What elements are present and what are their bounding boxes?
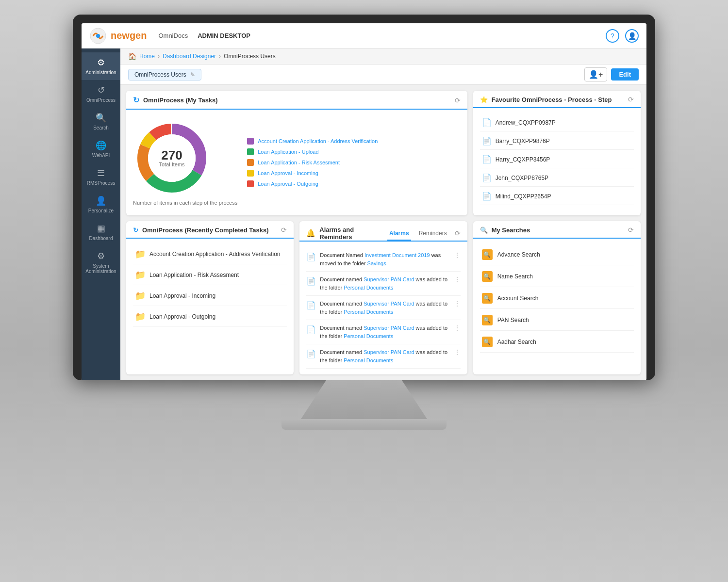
favourite-list: 📄 Andrew_CQXPP0987P 📄 Barry_CQXPP9876P 📄 (480, 114, 634, 205)
user-icon[interactable]: 👤 (625, 29, 639, 43)
donut-svg (133, 119, 211, 197)
breadcrumb-sep2: › (219, 53, 221, 60)
tab-omniprocess-users[interactable]: OmniProcess Users ✎ (128, 69, 201, 81)
alarm-folder-4[interactable]: Personal Documents (344, 357, 393, 363)
sidebar-label-omniprocess: OmniProcess (86, 97, 116, 103)
alarm-delete-3[interactable]: ⋮ (454, 324, 461, 332)
legend-item-2[interactable]: Loan Application - Risk Assesment (247, 159, 378, 166)
monitor-stand (301, 380, 427, 419)
refresh-searches-icon[interactable]: ⟳ (628, 226, 634, 234)
breadcrumb-designer[interactable]: Dashboard Designer (163, 53, 216, 60)
search-item-1[interactable]: 🔍 Name Search (480, 266, 634, 287)
fav-label-3: John_CQXPP8765P (496, 175, 548, 181)
alarm-folder-2[interactable]: Personal Documents (344, 309, 393, 315)
legend-dot-4 (247, 180, 254, 187)
fav-doc-icon-0: 📄 (482, 118, 492, 127)
nav-links: OmniDocs ADMIN DESKTOP (158, 32, 606, 39)
sidebar-item-sysadmin[interactable]: ⚙ System Administration (82, 246, 120, 279)
favourite-omniprocess-header: ⭐ Favourite OmniProcess - Process - Step… (473, 91, 641, 108)
search-item-3[interactable]: 🔍 PAN Search (480, 310, 634, 331)
alarm-delete-0[interactable]: ⋮ (454, 251, 461, 259)
breadcrumb: 🏠 Home › Dashboard Designer › OmniProces… (120, 48, 646, 65)
search-item-2[interactable]: 🔍 Account Search (480, 288, 634, 309)
nav-omnidocs[interactable]: OmniDocs (158, 32, 188, 39)
refresh-alarms-icon[interactable]: ⟳ (455, 229, 461, 237)
my-searches-header: 🔍 My Searches ⟳ (473, 221, 641, 239)
alarm-doc-icon-0: 📄 (306, 252, 316, 261)
fav-item-1[interactable]: 📄 Barry_CQXPP9876P (480, 132, 634, 150)
alarm-link-0[interactable]: Investment Document 2019 (364, 252, 430, 258)
omniprocess-mytasks-header: ↻ OmniProcess (My Tasks) ⟳ (126, 91, 467, 110)
alarm-doc-icon-3: 📄 (306, 325, 316, 334)
help-icon[interactable]: ? (606, 29, 619, 43)
legend-label-4: Loan Approval - Outgoing (258, 181, 318, 187)
sidebar-label-personalize: Personalize (88, 208, 114, 213)
fav-label-2: Harry_CQXPP3456P (496, 156, 550, 163)
sidebar-item-omniprocess[interactable]: ↺ OmniProcess (82, 80, 120, 108)
sidebar-item-rmsprocess[interactable]: ☰ RMSProcess (82, 163, 120, 191)
sidebar-label-sysadmin: System Administration (84, 263, 117, 274)
alarm-inline-tabs: Alarms Reminders (387, 227, 449, 240)
logo-text: newgen (111, 30, 147, 41)
sidebar-item-dashboard[interactable]: ▦ Dashboard (82, 218, 120, 246)
fav-label-1: Barry_CQXPP9876P (496, 138, 550, 145)
omniprocess-mytasks-body: 270 Total Items Number of items in each … (126, 110, 467, 215)
my-searches-icon: 🔍 (480, 226, 488, 234)
fav-item-2[interactable]: 📄 Harry_CQXPP3456P (480, 151, 634, 168)
alarm-delete-1[interactable]: ⋮ (454, 275, 461, 283)
alarm-folder-0[interactable]: Savings (367, 260, 386, 266)
sidebar-item-search[interactable]: 🔍 Search (82, 108, 120, 135)
my-searches-body: 🔍 Advance Search 🔍 Name Search 🔍 Accoun (473, 239, 641, 358)
alarm-link-1[interactable]: Supervisor PAN Card (364, 276, 414, 282)
breadcrumb-home[interactable]: Home (139, 53, 155, 60)
content-area: 🏠 Home › Dashboard Designer › OmniProces… (120, 48, 646, 380)
recently-completed-title: ↻ OmniProcess (Recently Completed Tasks) (133, 226, 269, 234)
legend-item-1[interactable]: Loan Application - Upload (247, 148, 378, 155)
search-label-4: Aadhar Search (497, 339, 536, 345)
alarm-delete-2[interactable]: ⋮ (454, 300, 461, 307)
search-item-0[interactable]: 🔍 Advance Search (480, 244, 634, 265)
favourite-icon: ⭐ (480, 96, 488, 103)
alarm-link-3[interactable]: Supervisor PAN Card (364, 325, 414, 331)
alarm-folder-3[interactable]: Personal Documents (344, 333, 393, 339)
alarms-card: 🔔 Alarms and Reminders Alarms Reminders … (299, 221, 467, 374)
task-item-0: 📁 Account Creation Application - Address… (133, 244, 287, 264)
tab-reminders[interactable]: Reminders (417, 227, 449, 241)
legend-item-4[interactable]: Loan Approval - Outgoing (247, 180, 378, 187)
edit-button[interactable]: Edit (611, 68, 639, 81)
refresh-recently-icon[interactable]: ⟳ (281, 226, 287, 234)
sidebar-item-webapi[interactable]: 🌐 WebAPI (82, 135, 120, 163)
sidebar-label-dashboard: Dashboard (89, 236, 113, 241)
favourite-title: ⭐ Favourite OmniProcess - Process - Step (480, 96, 612, 103)
alarm-delete-4[interactable]: ⋮ (454, 348, 461, 356)
legend-item-3[interactable]: Loan Approval - Incoming (247, 170, 378, 177)
refresh-mytasks-icon[interactable]: ⟳ (455, 97, 461, 104)
legend-label-1: Loan Application - Upload (258, 149, 318, 155)
fav-label-4: Milind_CQXPP2654P (496, 193, 551, 200)
alarm-folder-1[interactable]: Personal Documents (344, 285, 393, 291)
task-icon-3: 📁 (135, 311, 146, 322)
tab-bar: OmniProcess Users ✎ 👤+ Edit (120, 65, 646, 85)
add-user-button[interactable]: 👤+ (584, 67, 607, 81)
task-list: 📁 Account Creation Application - Address… (133, 244, 287, 327)
svg-point-7 (148, 134, 196, 182)
svg-point-1 (96, 34, 100, 38)
alarm-doc-icon-2: 📄 (306, 301, 316, 310)
fav-item-0[interactable]: 📄 Andrew_CQXPP0987P (480, 114, 634, 131)
alarm-link-4[interactable]: Supervisor PAN Card (364, 349, 414, 355)
fav-item-4[interactable]: 📄 Milind_CQXPP2654P (480, 188, 634, 205)
fav-item-3[interactable]: 📄 John_CQXPP8765P (480, 169, 634, 187)
task-label-1: Loan Application - Risk Assesment (149, 272, 239, 278)
legend-item-0[interactable]: Account Creation Application - Address V… (247, 138, 378, 145)
task-item-2: 📁 Loan Approval - Incoming (133, 286, 287, 306)
sidebar-item-personalize[interactable]: 👤 Personalize (82, 191, 120, 218)
pencil-icon[interactable]: ✎ (190, 71, 195, 78)
alarm-link-2[interactable]: Supervisor PAN Card (364, 301, 414, 307)
refresh-favourite-icon[interactable]: ⟳ (628, 96, 634, 103)
main-layout: ⚙ Administration ↺ OmniProcess 🔍 Search … (82, 48, 646, 380)
tab-alarms[interactable]: Alarms (387, 227, 411, 241)
search-item-4[interactable]: 🔍 Aadhar Search (480, 332, 634, 353)
sidebar-item-administration[interactable]: ⚙ Administration (82, 52, 120, 80)
nav-admin-desktop[interactable]: ADMIN DESKTOP (198, 32, 250, 39)
sysadmin-icon: ⚙ (97, 251, 105, 261)
